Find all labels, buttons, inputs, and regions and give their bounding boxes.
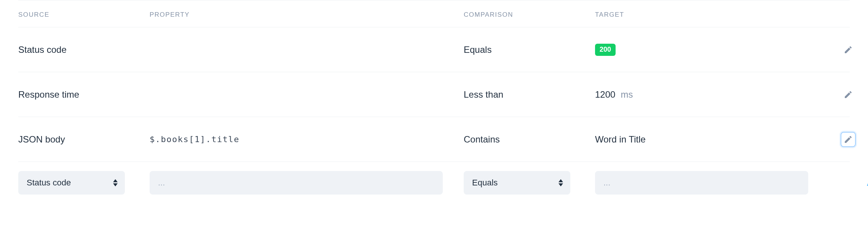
target-input[interactable] <box>595 171 808 195</box>
updown-icon <box>558 179 563 187</box>
cell-source: Response time <box>18 89 150 100</box>
add-button[interactable]: Add <box>823 177 868 188</box>
assertions-table: SOURCE PROPERTY COMPARISON TARGET Status… <box>0 0 868 198</box>
target-value: Word in Title <box>595 134 646 145</box>
target-unit: ms <box>621 89 633 100</box>
updown-icon <box>113 179 118 187</box>
cell-source: JSON body <box>18 134 150 145</box>
header-property: PROPERTY <box>150 11 464 19</box>
table-row: Response time Less than 1200 ms <box>18 72 850 117</box>
cell-target: 200 <box>595 44 823 56</box>
comparison-select-value: Equals <box>472 178 498 188</box>
pencil-icon <box>844 90 853 99</box>
cell-comparison: Less than <box>464 89 595 100</box>
cell-target: Word in Title <box>595 134 823 145</box>
row-actions <box>823 42 868 57</box>
table-row: JSON body $.books[1].title Contains Word… <box>18 117 850 162</box>
property-input[interactable] <box>150 171 443 195</box>
table-header-row: SOURCE PROPERTY COMPARISON TARGET <box>18 0 850 27</box>
header-source: SOURCE <box>18 11 150 19</box>
row-actions <box>823 87 868 102</box>
row-actions <box>823 132 868 147</box>
cell-source: Status code <box>18 44 150 55</box>
cell-comparison: Equals <box>464 44 595 55</box>
edit-button[interactable] <box>841 87 856 102</box>
target-value: 1200 <box>595 89 615 100</box>
table-row: Status code Equals 200 <box>18 27 850 72</box>
cell-target: 1200 ms <box>595 89 823 100</box>
header-comparison: COMPARISON <box>464 11 595 19</box>
cell-property: $.books[1].title <box>150 135 464 144</box>
pencil-icon <box>844 135 853 144</box>
edit-button[interactable] <box>841 132 856 147</box>
source-select-value: Status code <box>27 178 71 188</box>
pencil-icon <box>844 45 853 54</box>
edit-button[interactable] <box>841 42 856 57</box>
new-assertion-form: Status code Equals Add <box>18 162 850 198</box>
comparison-select[interactable]: Equals <box>464 171 570 195</box>
cell-comparison: Contains <box>464 134 595 145</box>
status-badge: 200 <box>595 44 616 56</box>
source-select[interactable]: Status code <box>18 171 125 195</box>
header-target: TARGET <box>595 11 823 19</box>
